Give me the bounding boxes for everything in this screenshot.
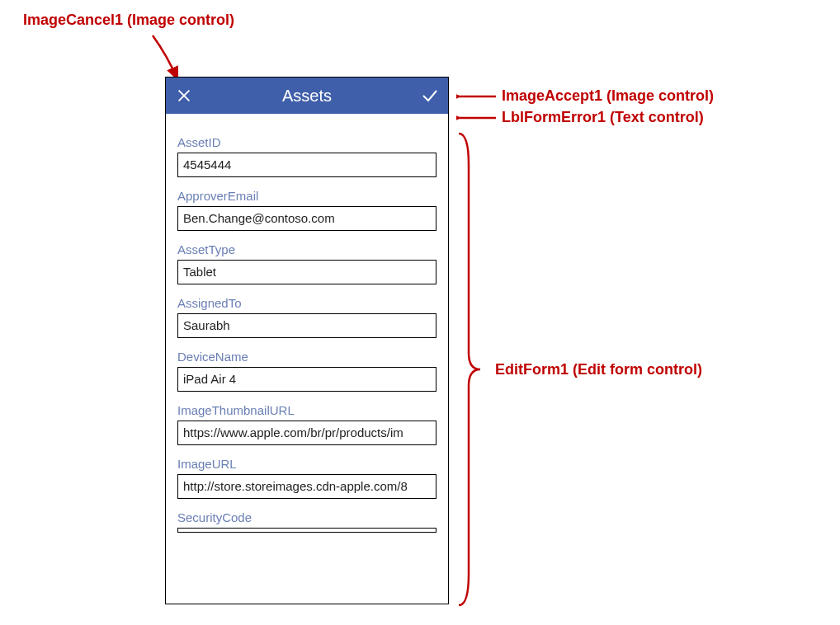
field-securitycode: SecurityCode xyxy=(177,510,437,533)
field-label: AssignedTo xyxy=(177,296,437,310)
annotation-accept: ImageAccept1 (Image control) xyxy=(502,87,714,105)
close-icon[interactable] xyxy=(174,86,194,106)
field-input[interactable]: https://www.apple.com/br/pr/products/im xyxy=(177,421,437,445)
field-label: ApproverEmail xyxy=(177,189,437,203)
field-imageurl: ImageURL http://store.storeimages.cdn-ap… xyxy=(177,457,437,499)
arrow-accept xyxy=(456,89,498,106)
field-label: ImageThumbnailURL xyxy=(177,403,437,417)
header-title: Assets xyxy=(282,87,332,106)
edit-form: AssetID 4545444 ApproverEmail Ben.Change… xyxy=(166,119,448,533)
field-assetid: AssetID 4545444 xyxy=(177,135,437,177)
field-label: SecurityCode xyxy=(177,510,437,524)
app-header: Assets xyxy=(166,78,448,114)
field-label: AssetType xyxy=(177,242,437,256)
field-devicename: DeviceName iPad Air 4 xyxy=(177,350,437,392)
field-input[interactable]: 4545444 xyxy=(177,153,437,177)
field-label: AssetID xyxy=(177,135,437,149)
field-label: ImageURL xyxy=(177,457,437,471)
annotation-error: LblFormError1 (Text control) xyxy=(502,109,704,126)
field-input[interactable]: Saurabh xyxy=(177,313,437,338)
brace-editform xyxy=(455,132,485,607)
field-input[interactable]: Tablet xyxy=(177,260,437,284)
field-input[interactable]: http://store.storeimages.cdn-apple.com/8 xyxy=(177,474,437,499)
check-icon[interactable] xyxy=(420,86,440,106)
field-imagethumbnailurl: ImageThumbnailURL https://www.apple.com/… xyxy=(177,403,437,445)
annotation-editform: EditForm1 (Edit form control) xyxy=(495,361,702,378)
arrow-error xyxy=(456,110,498,127)
field-input[interactable]: iPad Air 4 xyxy=(177,367,437,392)
field-assignedto: AssignedTo Saurabh xyxy=(177,296,437,338)
field-input[interactable]: Ben.Change@contoso.com xyxy=(177,206,437,231)
field-assettype: AssetType Tablet xyxy=(177,242,437,284)
field-input[interactable] xyxy=(177,528,437,533)
field-approveremail: ApproverEmail Ben.Change@contoso.com xyxy=(177,189,437,231)
field-label: DeviceName xyxy=(177,350,437,364)
app-screen: Assets AssetID 4545444 ApproverEmail Ben… xyxy=(165,77,449,604)
annotation-cancel: ImageCancel1 (Image control) xyxy=(23,12,234,29)
